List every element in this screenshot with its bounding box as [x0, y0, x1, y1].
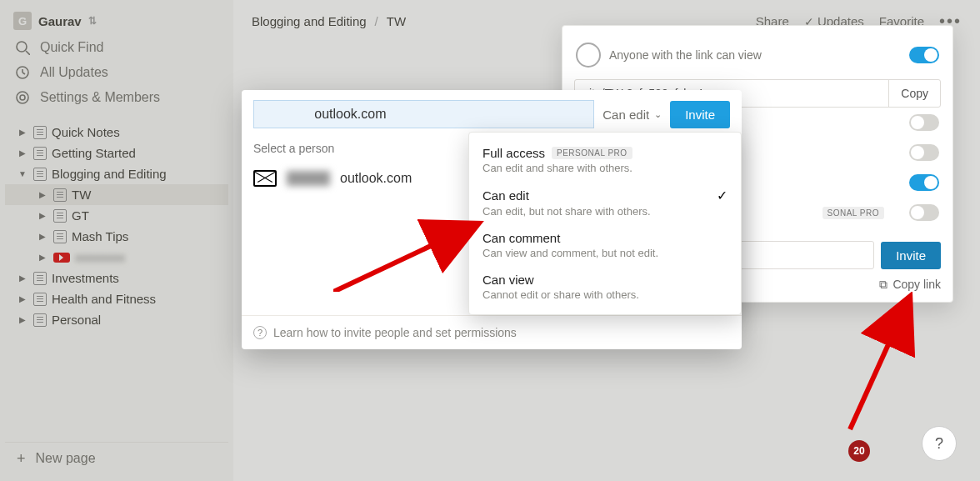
perm-full-access[interactable]: Full accessPERSONAL PRO Can edit and sha…	[469, 139, 741, 181]
notification-badge[interactable]: 20	[848, 440, 870, 462]
perm-can-edit[interactable]: Can edit✓ Can edit, but not share with o…	[469, 181, 741, 224]
perm-desc: Can edit, but not share with others.	[482, 205, 728, 218]
perm-title: Can edit	[482, 188, 529, 203]
check-icon: ✓	[717, 188, 728, 203]
help-float-button[interactable]: ?	[922, 426, 957, 461]
perm-can-comment[interactable]: Can comment Can view and comment, but no…	[469, 224, 741, 266]
invite-button-popover[interactable]: Invite	[881, 242, 941, 269]
option-toggle-1[interactable]	[909, 114, 939, 131]
share-link-text: Anyone with the link can view	[609, 48, 762, 62]
invite-submit-button[interactable]: Invite	[670, 101, 730, 128]
globe-icon	[576, 43, 601, 68]
option-toggle-4[interactable]	[909, 204, 939, 221]
help-icon: ?	[253, 326, 267, 339]
perm-can-view[interactable]: Can view Cannot edit or share with other…	[469, 266, 741, 308]
link-icon: ⧉	[879, 278, 888, 292]
chevron-down-icon: ⌄	[654, 109, 662, 120]
mail-icon	[253, 170, 277, 187]
person-email-suffix: outlook.com	[340, 171, 412, 186]
pro-badge: SONAL PRO	[822, 207, 884, 219]
permission-select-label: Can edit	[602, 108, 649, 122]
permission-menu: Full accessPERSONAL PRO Can edit and sha…	[468, 132, 742, 315]
pro-badge: PERSONAL PRO	[552, 147, 632, 159]
perm-desc: Can view and comment, but not edit.	[482, 247, 728, 259]
perm-title: Can view	[482, 273, 534, 287]
permission-select[interactable]: Can edit ⌄	[602, 108, 662, 122]
copy-link-label: Copy link	[892, 278, 941, 292]
option-toggle-2[interactable]	[909, 144, 939, 161]
copy-url-button[interactable]: Copy	[888, 80, 940, 107]
share-link-toggle[interactable]	[909, 47, 939, 63]
perm-desc: Can edit and share with others.	[482, 162, 728, 174]
person-email-blurred: xx	[287, 171, 330, 186]
perm-desc: Cannot edit or share with others.	[482, 288, 728, 301]
invite-email-input[interactable]	[253, 100, 594, 128]
perm-title: Can comment	[482, 231, 560, 245]
invite-help-link[interactable]: Learn how to invite people and set permi…	[273, 326, 517, 339]
option-toggle-3[interactable]	[909, 174, 939, 191]
perm-title: Full access	[482, 146, 545, 160]
